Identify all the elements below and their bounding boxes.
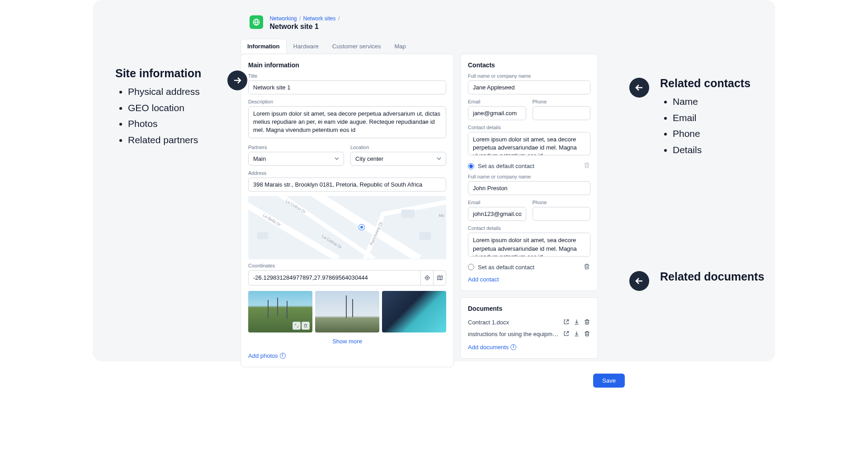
coords-label: Coordinates bbox=[248, 263, 446, 268]
tab-customer-services[interactable]: Customer services bbox=[326, 39, 388, 53]
contacts-panel: Contacts Full name or company name Email… bbox=[460, 54, 598, 291]
documents-panel: Documents Contract 1.docx instructions f… bbox=[460, 297, 598, 359]
contact1-email-input[interactable] bbox=[468, 106, 526, 120]
trash-icon[interactable] bbox=[584, 318, 590, 327]
contact2-phone-input[interactable] bbox=[533, 207, 591, 221]
svg-rect-2 bbox=[401, 209, 415, 217]
network-site-app: Networking / Network sites / Network sit… bbox=[241, 0, 625, 392]
documents-heading: Documents bbox=[468, 305, 590, 312]
address-input[interactable] bbox=[248, 178, 446, 192]
add-contact-link[interactable]: Add contact bbox=[468, 276, 499, 283]
document-name: Contract 1.docx bbox=[468, 319, 559, 326]
contact2-delete-button[interactable] bbox=[583, 263, 590, 271]
contact2-default-radio[interactable] bbox=[468, 264, 474, 270]
trash-icon[interactable] bbox=[584, 330, 590, 338]
map-preview[interactable]: La Colina Dr La Bella Dr La Colina Dr Ra… bbox=[248, 196, 446, 259]
locate-button[interactable] bbox=[421, 270, 434, 286]
main-info-heading: Main information bbox=[248, 61, 446, 69]
globe-icon bbox=[250, 15, 263, 29]
main-information-panel: Main information Title Description Lorem… bbox=[241, 54, 454, 367]
save-button[interactable]: Save bbox=[593, 374, 625, 388]
breadcrumb-l1[interactable]: Networking bbox=[269, 15, 297, 22]
svg-rect-3 bbox=[419, 232, 431, 240]
title-input[interactable] bbox=[248, 80, 446, 94]
description-label: Description bbox=[248, 99, 446, 104]
location-label: Location bbox=[350, 145, 446, 150]
download-icon[interactable] bbox=[573, 330, 580, 338]
document-name: instructions for using the equipment 1.d… bbox=[468, 331, 559, 337]
contact1-details-textarea[interactable]: Lorem ipsum dolor sit amet, sea decore p… bbox=[468, 132, 590, 155]
photos-row bbox=[248, 291, 446, 332]
contact2-details-textarea[interactable]: Lorem ipsum dolor sit amet, sea decore p… bbox=[468, 233, 590, 256]
expand-icon[interactable] bbox=[292, 322, 301, 330]
tab-hardware[interactable]: Hardware bbox=[287, 39, 326, 53]
contacts-heading: Contacts bbox=[468, 61, 590, 69]
page-header: Networking / Network sites / Network sit… bbox=[241, 0, 625, 31]
contact1-delete-button[interactable] bbox=[583, 162, 590, 170]
svg-rect-1 bbox=[257, 232, 268, 239]
photo-thumb-3[interactable] bbox=[382, 291, 446, 332]
arrow-left-icon bbox=[629, 271, 649, 291]
breadcrumb-l2[interactable]: Network sites bbox=[303, 15, 336, 22]
coordinates-input[interactable] bbox=[248, 270, 421, 286]
info-icon bbox=[510, 344, 516, 350]
add-documents-link[interactable]: Add documents bbox=[468, 344, 516, 351]
location-select[interactable]: City center bbox=[350, 152, 446, 166]
arrow-left-icon bbox=[629, 78, 649, 98]
breadcrumb: Networking / Network sites / bbox=[269, 15, 340, 22]
add-photos-link[interactable]: Add photos bbox=[248, 352, 286, 359]
page-title: Network site 1 bbox=[269, 23, 340, 31]
callout-related-documents: Related documents bbox=[660, 270, 764, 287]
open-icon[interactable] bbox=[563, 318, 570, 327]
title-label: Title bbox=[248, 73, 446, 79]
show-more-link[interactable]: Show more bbox=[332, 338, 362, 345]
contact1-phone-input[interactable] bbox=[533, 106, 591, 120]
tabs: Information Hardware Customer services M… bbox=[241, 39, 625, 54]
download-icon[interactable] bbox=[573, 318, 580, 327]
contact2-name-input[interactable] bbox=[468, 181, 590, 195]
tab-information[interactable]: Information bbox=[241, 39, 287, 53]
svg-point-5 bbox=[426, 277, 427, 278]
address-label: Address bbox=[248, 170, 446, 176]
document-row: Contract 1.docx bbox=[468, 317, 590, 328]
info-icon bbox=[280, 353, 286, 359]
trash-icon[interactable] bbox=[302, 322, 310, 330]
contact1-default-radio[interactable] bbox=[468, 163, 474, 169]
document-row: instructions for using the equipment 1.d… bbox=[468, 328, 590, 340]
tab-map[interactable]: Map bbox=[388, 39, 413, 53]
open-icon[interactable] bbox=[563, 330, 570, 338]
description-textarea[interactable]: Lorem ipsum dolor sit amet, sea decore p… bbox=[248, 106, 446, 138]
contact1-name-input[interactable] bbox=[468, 80, 590, 94]
photo-thumb-2[interactable] bbox=[315, 291, 379, 332]
partners-label: Partners bbox=[248, 145, 344, 150]
contact2-email-input[interactable] bbox=[468, 207, 526, 221]
callout-site-info: Site information Physical address GEO lo… bbox=[115, 67, 201, 148]
photo-thumb-1[interactable] bbox=[248, 291, 312, 332]
map-pin-icon bbox=[359, 225, 364, 230]
arrow-right-icon bbox=[227, 70, 247, 90]
callout-related-contacts: Related contacts Name Email Phone Detail… bbox=[660, 77, 750, 158]
map-button[interactable] bbox=[434, 270, 446, 286]
partners-select[interactable]: Main bbox=[248, 152, 344, 166]
